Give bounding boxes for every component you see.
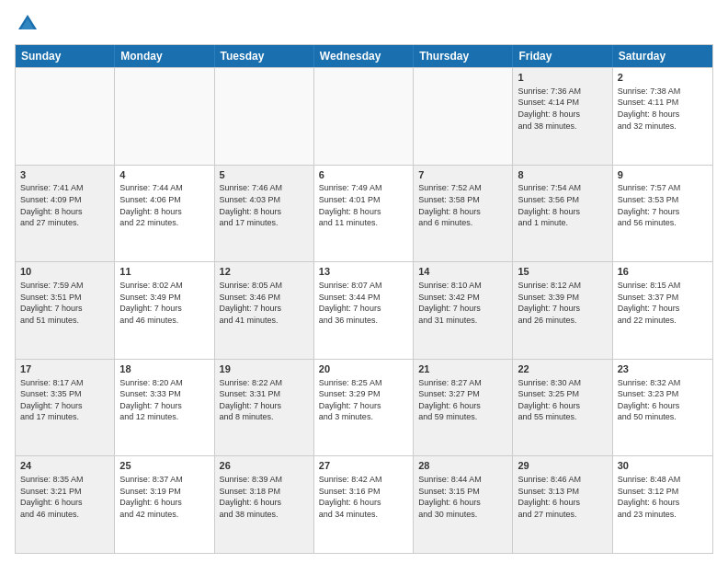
cell-info: Sunset: 3:35 PM — [20, 388, 109, 400]
cell-info: Daylight: 7 hours — [119, 400, 209, 412]
cal-cell: 8Sunrise: 7:54 AMSunset: 3:56 PMDaylight… — [513, 166, 612, 262]
cell-info: Sunset: 3:51 PM — [20, 292, 109, 304]
logo — [15, 11, 44, 37]
cal-cell: 13Sunrise: 8:07 AMSunset: 3:44 PMDayligh… — [314, 262, 414, 359]
day-number: 17 — [20, 362, 109, 376]
cell-info: Sunrise: 7:52 AM — [418, 182, 507, 194]
cal-cell: 9Sunrise: 7:57 AMSunset: 3:53 PMDaylight… — [613, 166, 712, 262]
cell-info: Sunrise: 8:20 AM — [119, 377, 209, 389]
header-day-wednesday: Wednesday — [314, 45, 414, 67]
cell-info: and 55 minutes. — [518, 411, 607, 423]
day-number: 6 — [319, 168, 408, 182]
cell-info: Daylight: 6 hours — [518, 400, 607, 412]
cal-cell: 29Sunrise: 8:46 AMSunset: 3:13 PMDayligh… — [513, 456, 612, 553]
cell-info: Sunset: 3:31 PM — [220, 388, 309, 400]
header — [15, 11, 713, 37]
cell-info: Daylight: 7 hours — [618, 206, 708, 218]
cal-cell: 4Sunrise: 7:44 AMSunset: 4:06 PMDaylight… — [115, 166, 214, 262]
cell-info: Sunrise: 8:02 AM — [119, 280, 209, 292]
cell-info: Sunset: 4:03 PM — [220, 194, 309, 206]
cell-info: Sunset: 3:25 PM — [518, 388, 607, 400]
cell-info: Sunset: 4:11 PM — [618, 97, 708, 109]
cell-info: and 46 minutes. — [20, 509, 109, 521]
cell-info: Sunrise: 7:44 AM — [119, 182, 209, 194]
cal-cell: 26Sunrise: 8:39 AMSunset: 3:18 PMDayligh… — [215, 456, 314, 553]
cell-info: Daylight: 6 hours — [220, 497, 309, 509]
day-number: 4 — [119, 168, 209, 182]
day-number: 3 — [20, 168, 109, 182]
cell-info: Sunrise: 8:10 AM — [418, 280, 507, 292]
cell-info: and 36 minutes. — [319, 315, 408, 327]
cell-info: Sunset: 3:44 PM — [319, 292, 408, 304]
cell-info: Sunrise: 7:57 AM — [618, 182, 708, 194]
cal-cell: 23Sunrise: 8:32 AMSunset: 3:23 PMDayligh… — [613, 360, 712, 456]
cal-cell: 24Sunrise: 8:35 AMSunset: 3:21 PMDayligh… — [16, 456, 115, 553]
calendar-row-4: 17Sunrise: 8:17 AMSunset: 3:35 PMDayligh… — [16, 359, 712, 456]
page: SundayMondayTuesdayWednesdayThursdayFrid… — [0, 0, 728, 563]
cal-cell: 5Sunrise: 7:46 AMSunset: 4:03 PMDaylight… — [215, 166, 314, 262]
day-number: 8 — [518, 168, 607, 182]
cell-info: and 27 minutes. — [20, 217, 109, 229]
cell-info: Sunset: 3:46 PM — [220, 292, 309, 304]
cell-info: Sunset: 4:09 PM — [20, 194, 109, 206]
header-day-saturday: Saturday — [613, 45, 712, 67]
cell-info: Daylight: 6 hours — [319, 497, 408, 509]
day-number: 23 — [618, 362, 708, 376]
cell-info: Sunrise: 8:15 AM — [618, 280, 708, 292]
cell-info: Sunset: 3:16 PM — [319, 486, 408, 498]
day-number: 7 — [418, 168, 507, 182]
cell-info: Daylight: 7 hours — [319, 303, 408, 315]
cal-cell: 11Sunrise: 8:02 AMSunset: 3:49 PMDayligh… — [115, 262, 214, 359]
cell-info: Daylight: 7 hours — [518, 303, 607, 315]
cell-info: Sunrise: 8:39 AM — [220, 474, 309, 486]
cal-cell — [16, 68, 115, 165]
cell-info: Daylight: 6 hours — [418, 400, 507, 412]
day-number: 14 — [418, 265, 507, 279]
cell-info: Sunrise: 8:07 AM — [319, 280, 408, 292]
day-number: 2 — [618, 71, 708, 85]
cal-cell: 15Sunrise: 8:12 AMSunset: 3:39 PMDayligh… — [513, 262, 612, 359]
cell-info: Daylight: 7 hours — [119, 303, 209, 315]
cell-info: and 1 minute. — [518, 217, 607, 229]
day-number: 27 — [319, 459, 408, 473]
day-number: 11 — [119, 265, 209, 279]
cell-info: Sunset: 3:49 PM — [119, 292, 209, 304]
cell-info: Sunset: 3:56 PM — [518, 194, 607, 206]
cell-info: Sunset: 3:19 PM — [119, 486, 209, 498]
cell-info: Sunset: 3:12 PM — [618, 486, 708, 498]
cal-cell: 10Sunrise: 7:59 AMSunset: 3:51 PMDayligh… — [16, 262, 115, 359]
cell-info: and 27 minutes. — [518, 509, 607, 521]
cell-info: Sunrise: 8:44 AM — [418, 474, 507, 486]
cell-info: Sunset: 3:29 PM — [319, 388, 408, 400]
calendar-row-5: 24Sunrise: 8:35 AMSunset: 3:21 PMDayligh… — [16, 455, 712, 553]
calendar-header: SundayMondayTuesdayWednesdayThursdayFrid… — [16, 45, 712, 67]
cell-info: Sunrise: 7:49 AM — [319, 182, 408, 194]
cal-cell: 27Sunrise: 8:42 AMSunset: 3:16 PMDayligh… — [314, 456, 414, 553]
cal-cell: 21Sunrise: 8:27 AMSunset: 3:27 PMDayligh… — [414, 360, 513, 456]
cell-info: and 38 minutes. — [220, 509, 309, 521]
cell-info: Sunset: 4:06 PM — [119, 194, 209, 206]
cell-info: Sunset: 3:33 PM — [119, 388, 209, 400]
cell-info: and 26 minutes. — [518, 315, 607, 327]
cal-cell: 20Sunrise: 8:25 AMSunset: 3:29 PMDayligh… — [314, 360, 414, 456]
cal-cell: 18Sunrise: 8:20 AMSunset: 3:33 PMDayligh… — [115, 360, 214, 456]
day-number: 30 — [618, 459, 708, 473]
cell-info: and 32 minutes. — [618, 121, 708, 132]
day-number: 29 — [518, 459, 607, 473]
cell-info: Sunset: 3:13 PM — [518, 486, 607, 498]
logo-icon — [15, 11, 40, 37]
cell-info: Sunset: 3:18 PM — [220, 486, 309, 498]
cell-info: Daylight: 7 hours — [319, 400, 408, 412]
cell-info: Daylight: 6 hours — [518, 497, 607, 509]
cell-info: Daylight: 6 hours — [20, 497, 109, 509]
cell-info: Daylight: 7 hours — [618, 303, 708, 315]
cal-cell: 22Sunrise: 8:30 AMSunset: 3:25 PMDayligh… — [513, 360, 612, 456]
cal-cell — [414, 68, 513, 165]
cell-info: Sunrise: 8:32 AM — [618, 377, 708, 389]
cell-info: Daylight: 8 hours — [518, 206, 607, 218]
cal-cell: 2Sunrise: 7:38 AMSunset: 4:11 PMDaylight… — [613, 68, 712, 165]
cell-info: and 11 minutes. — [319, 217, 408, 229]
day-number: 24 — [20, 459, 109, 473]
cell-info: Daylight: 6 hours — [119, 497, 209, 509]
cell-info: Daylight: 6 hours — [618, 400, 708, 412]
